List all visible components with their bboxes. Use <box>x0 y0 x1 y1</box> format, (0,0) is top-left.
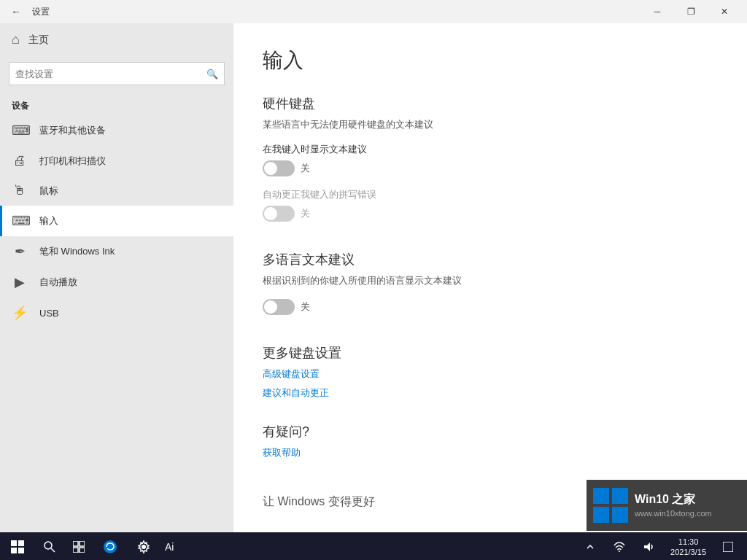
sidebar-item-input-label: 输入 <box>39 214 58 228</box>
svg-rect-0 <box>11 540 17 546</box>
right-content: 输入 硬件键盘 某些语言中无法使用硬件键盘的文本建议 在我键入时显示文本建议 关… <box>233 23 747 532</box>
window-controls: ─ ❐ ✕ <box>640 0 741 23</box>
taskbar-app-edge[interactable] <box>93 532 127 560</box>
sidebar-item-mouse[interactable]: 🖱 鼠标 <box>0 176 233 206</box>
svg-line-5 <box>51 548 55 552</box>
svg-rect-13 <box>723 542 733 552</box>
titlebar: ← 设置 ─ ❐ ✕ <box>0 0 747 23</box>
svg-rect-8 <box>73 548 78 553</box>
svg-rect-15 <box>612 488 628 504</box>
svg-rect-2 <box>11 548 17 553</box>
minimize-button[interactable]: ─ <box>640 0 674 23</box>
autoplay-icon: ▶ <box>12 274 28 290</box>
keyboard-icon: ⌨ <box>12 213 28 229</box>
start-button[interactable] <box>0 532 35 560</box>
usb-icon: ⚡ <box>12 305 28 321</box>
svg-rect-16 <box>593 507 609 523</box>
maximize-button[interactable]: ❐ <box>674 0 708 23</box>
toggle3-container: 关 <box>263 299 718 315</box>
home-icon: ⌂ <box>12 32 20 47</box>
sidebar-item-printer-label: 打印机和扫描仪 <box>39 155 106 168</box>
svg-rect-7 <box>80 541 85 546</box>
main-content: ⌂ 主页 🔍 设备 ⌨ 蓝牙和其他设备 🖨 打印机和扫描仪 🖱 鼠标 <box>0 23 747 532</box>
search-button[interactable] <box>35 532 64 560</box>
svg-rect-14 <box>593 488 609 504</box>
close-button[interactable]: ✕ <box>708 0 741 23</box>
volume-icon-button[interactable] <box>635 532 662 560</box>
sidebar-item-pen-label: 笔和 Windows Ink <box>39 245 115 258</box>
back-button[interactable]: ← <box>6 1 26 22</box>
sidebar-item-mouse-label: 鼠标 <box>39 184 58 198</box>
chevron-up-button[interactable] <box>577 532 603 560</box>
sidebar-item-usb[interactable]: ⚡ USB <box>0 298 233 328</box>
toggle3-knob <box>264 300 277 314</box>
svg-point-10 <box>104 540 117 553</box>
taskbar-app-settings[interactable] <box>127 532 160 560</box>
mouse-icon: 🖱 <box>12 183 28 198</box>
sidebar-item-autoplay[interactable]: ▶ 自动播放 <box>0 267 233 298</box>
taskbar-tray: 11:30 2021/3/15 <box>577 532 747 560</box>
clock-date: 2021/3/15 <box>670 547 706 557</box>
hardware-keyboard-desc: 某些语言中无法使用硬件键盘的文本建议 <box>263 118 718 131</box>
taskbar-clock[interactable]: 11:30 2021/3/15 <box>665 532 712 560</box>
toggle2-container: 关 <box>263 206 718 222</box>
help-title: 有疑问? <box>263 423 718 440</box>
window-title: 设置 <box>32 6 50 18</box>
toggle1-label: 在我键入时显示文本建议 <box>263 143 718 156</box>
watermark-title: Win10 之家 <box>635 491 712 508</box>
toggle2-label: 自动更正我键入的拼写错误 <box>263 188 718 201</box>
sidebar-item-bluetooth[interactable]: ⌨ 蓝牙和其他设备 <box>0 115 233 146</box>
get-help-link[interactable]: 获取帮助 <box>263 446 718 459</box>
edge-icon <box>103 540 117 554</box>
svg-rect-6 <box>73 541 78 546</box>
suggestions-link[interactable]: 建议和自动更正 <box>263 386 718 400</box>
windows-icon <box>11 540 24 553</box>
sidebar-section-title: 设备 <box>0 91 233 115</box>
search-icon <box>44 541 55 553</box>
toggle2-knob <box>264 207 277 220</box>
svg-rect-17 <box>612 507 628 523</box>
svg-point-12 <box>619 551 620 552</box>
sidebar: ⌂ 主页 🔍 设备 ⌨ 蓝牙和其他设备 🖨 打印机和扫描仪 🖱 鼠标 <box>0 23 233 532</box>
hardware-keyboard-title: 硬件键盘 <box>263 95 718 112</box>
wifi-icon <box>614 541 625 553</box>
svg-rect-1 <box>18 540 24 546</box>
toggle3[interactable] <box>263 299 295 315</box>
chevron-up-icon <box>587 543 594 551</box>
search-icon: 🔍 <box>206 69 218 79</box>
svg-point-11 <box>142 545 146 549</box>
sidebar-home[interactable]: ⌂ 主页 <box>0 23 233 56</box>
sidebar-item-printer[interactable]: 🖨 打印机和扫描仪 <box>0 146 233 176</box>
page-title: 输入 <box>263 47 718 74</box>
sidebar-home-label: 主页 <box>28 34 49 47</box>
svg-point-4 <box>44 542 52 549</box>
toggle1[interactable] <box>263 160 295 176</box>
toggle3-state: 关 <box>301 300 310 314</box>
watermark-url: www.win10xtong.com <box>635 508 712 519</box>
toggle1-state: 关 <box>301 162 310 175</box>
sidebar-item-autoplay-label: 自动播放 <box>39 276 77 289</box>
taskbar: Ai 11:30 2021/3/15 <box>0 532 747 560</box>
toggle2 <box>263 206 295 222</box>
toggle1-container: 关 <box>263 160 718 176</box>
volume-icon <box>643 541 654 553</box>
multilang-title: 多语言文本建议 <box>263 251 718 268</box>
sidebar-item-pen[interactable]: ✒ 笔和 Windows Ink <box>0 236 233 267</box>
settings-taskbar-icon <box>136 540 151 554</box>
search-input[interactable] <box>15 69 206 79</box>
notification-icon <box>723 542 733 552</box>
notification-button[interactable] <box>715 532 741 560</box>
task-view-button[interactable] <box>64 532 93 560</box>
toggle1-knob <box>264 162 277 175</box>
advanced-keyboard-link[interactable]: 高级键盘设置 <box>263 368 718 381</box>
sidebar-item-bluetooth-label: 蓝牙和其他设备 <box>39 124 106 137</box>
pen-icon: ✒ <box>12 244 28 260</box>
sidebar-item-usb-label: USB <box>39 308 59 319</box>
network-icon[interactable] <box>606 532 632 560</box>
svg-rect-3 <box>18 548 24 553</box>
bottom-title: 让 Windows 变得更好 <box>263 495 375 508</box>
watermark: Win10 之家 www.win10xtong.com <box>587 480 747 531</box>
sidebar-item-input[interactable]: ⌨ 输入 <box>0 206 233 236</box>
win10-logo <box>592 487 629 524</box>
taskbar-ai-label[interactable]: Ai <box>160 532 178 560</box>
